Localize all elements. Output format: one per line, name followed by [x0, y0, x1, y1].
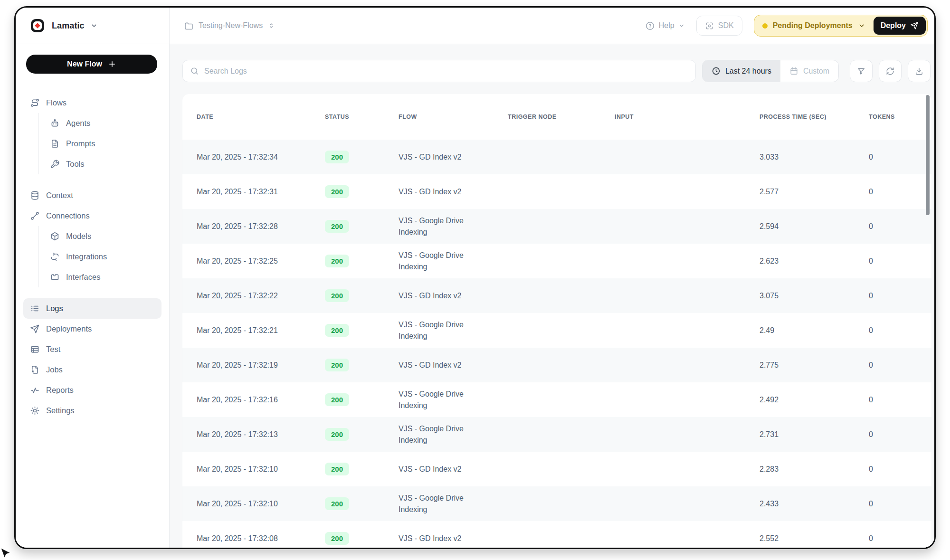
table-row[interactable]: Mar 20, 2025 - 17:32:13 200 VJS - Google…	[182, 417, 931, 452]
sidebar-item-label: Interfaces	[66, 273, 100, 282]
log-status: 200	[325, 324, 399, 337]
range-last-24-hours[interactable]: Last 24 hours	[703, 60, 780, 82]
repeat-icon	[50, 252, 60, 262]
status-badge: 200	[325, 220, 349, 233]
status-badge: 200	[325, 393, 349, 406]
table-row[interactable]: Mar 20, 2025 - 17:32:19 200 VJS - GD Ind…	[182, 348, 931, 382]
log-status: 200	[325, 255, 399, 267]
sidebar-item-settings[interactable]: Settings	[23, 400, 162, 421]
status-badge: 200	[325, 151, 349, 163]
workspace-switcher[interactable]: Lamatic	[16, 8, 170, 44]
sdk-button[interactable]: SDK	[696, 16, 742, 36]
log-process-time: 2.731	[760, 430, 869, 439]
col-date: Date	[197, 114, 325, 120]
log-flow: VJS - Google Drive Indexing	[399, 423, 508, 445]
log-status: 200	[325, 185, 399, 198]
deploy-button[interactable]: Deploy	[874, 17, 926, 35]
log-tokens: 0	[869, 153, 917, 161]
table-row[interactable]: Mar 20, 2025 - 17:32:31 200 VJS - GD Ind…	[182, 174, 931, 209]
log-process-time: 2.594	[760, 222, 869, 231]
table-row[interactable]: Mar 20, 2025 - 17:32:16 200 VJS - Google…	[182, 382, 931, 417]
table-header: Date Status Flow Trigger Node Input Proc…	[182, 94, 931, 140]
sidebar-item-label: Prompts	[66, 139, 95, 148]
col-flow: Flow	[399, 114, 508, 120]
folder-icon	[184, 21, 194, 31]
table-row[interactable]: Mar 20, 2025 - 17:32:10 200 VJS - GD Ind…	[182, 452, 931, 486]
sidebar-item-label: Deployments	[46, 324, 92, 333]
log-tokens: 0	[869, 326, 917, 335]
log-process-time: 3.033	[760, 153, 869, 161]
funnel-icon	[856, 66, 866, 76]
clock-icon	[712, 66, 721, 76]
time-range-segmented: Last 24 hours Custom	[702, 60, 839, 82]
log-flow: VJS - GD Index v2	[399, 360, 508, 370]
log-status: 200	[325, 463, 399, 475]
logs-table: Date Status Flow Trigger Node Input Proc…	[182, 94, 931, 548]
col-tokens: Tokens	[869, 114, 917, 120]
sidebar-item-prompts[interactable]: Prompts	[38, 133, 162, 154]
sidebar: New Flow Flows Agen	[16, 44, 170, 548]
help-menu[interactable]: Help	[645, 21, 685, 31]
help-label: Help	[659, 21, 674, 30]
table-row[interactable]: Mar 20, 2025 - 17:32:28 200 VJS - Google…	[182, 209, 931, 244]
sidebar-item-context[interactable]: Context	[23, 185, 162, 206]
log-process-time: 2.775	[760, 361, 869, 370]
sidebar-item-label: Jobs	[46, 365, 63, 374]
search-input[interactable]	[204, 67, 688, 76]
sidebar-item-label: Agents	[66, 119, 90, 128]
help-circle-icon	[645, 21, 655, 31]
log-tokens: 0	[869, 292, 917, 300]
vertical-scrollbar-thumb[interactable]	[926, 95, 930, 215]
puzzle-icon	[50, 272, 60, 282]
sidebar-item-test[interactable]: Test	[23, 339, 162, 360]
deploy-label: Deploy	[881, 21, 906, 30]
table-row[interactable]: Mar 20, 2025 - 17:32:34 200 VJS - GD Ind…	[182, 140, 931, 174]
sidebar-item-integrations[interactable]: Integrations	[38, 247, 162, 267]
table-row[interactable]: Mar 20, 2025 - 17:32:21 200 VJS - Google…	[182, 313, 931, 348]
sidebar-item-tools[interactable]: Tools	[38, 154, 162, 174]
calendar-icon	[789, 66, 798, 76]
search-icon	[190, 66, 199, 76]
log-process-time: 2.433	[760, 500, 869, 508]
table-icon	[30, 344, 40, 354]
log-date: Mar 20, 2025 - 17:32:34	[197, 153, 325, 161]
pending-deployments-pill[interactable]: Pending Deployments Deploy	[754, 15, 928, 37]
status-badge: 200	[325, 463, 349, 475]
sidebar-item-label: Context	[46, 191, 73, 200]
new-flow-button[interactable]: New Flow	[26, 55, 157, 74]
sidebar-item-models[interactable]: Models	[38, 226, 162, 247]
wrench-icon	[50, 159, 60, 169]
sidebar-item-logs[interactable]: Logs	[23, 298, 162, 319]
table-row[interactable]: Mar 20, 2025 - 17:32:22 200 VJS - GD Ind…	[182, 278, 931, 313]
sidebar-item-reports[interactable]: Reports	[23, 380, 162, 400]
log-date: Mar 20, 2025 - 17:32:22	[197, 292, 325, 300]
sidebar-item-flows[interactable]: Flows	[23, 93, 162, 113]
sidebar-item-label: Integrations	[66, 252, 107, 261]
download-button[interactable]	[908, 60, 931, 82]
log-process-time: 2.492	[760, 396, 869, 404]
range-custom[interactable]: Custom	[780, 60, 838, 82]
table-row[interactable]: Mar 20, 2025 - 17:32:25 200 VJS - Google…	[182, 244, 931, 278]
status-badge: 200	[325, 532, 349, 545]
search-box[interactable]	[182, 60, 696, 82]
log-flow: VJS - Google Drive Indexing	[399, 250, 508, 272]
log-flow: VJS - GD Index v2	[399, 464, 508, 475]
sidebar-item-label: Logs	[46, 304, 63, 313]
log-tokens: 0	[869, 500, 917, 508]
log-tokens: 0	[869, 465, 917, 474]
filter-button[interactable]	[850, 60, 873, 82]
sidebar-item-interfaces[interactable]: Interfaces	[38, 267, 162, 287]
sidebar-item-deployments[interactable]: Deployments	[23, 319, 162, 339]
table-row[interactable]: Mar 20, 2025 - 17:32:08 200 VJS - GD Ind…	[182, 521, 931, 548]
log-status: 200	[325, 151, 399, 163]
log-flow: VJS - Google Drive Indexing	[399, 319, 508, 341]
table-row[interactable]: Mar 20, 2025 - 17:32:10 200 VJS - Google…	[182, 486, 931, 521]
log-tokens: 0	[869, 430, 917, 439]
sidebar-item-agents[interactable]: Agents	[38, 113, 162, 133]
sidebar-item-jobs[interactable]: Jobs	[23, 360, 162, 380]
col-input: Input	[615, 114, 760, 120]
project-switcher[interactable]: Testing-New-Flows	[184, 21, 275, 31]
refresh-button[interactable]	[879, 60, 902, 82]
log-date: Mar 20, 2025 - 17:32:21	[197, 326, 325, 335]
sidebar-item-connections[interactable]: Connections	[23, 206, 162, 226]
